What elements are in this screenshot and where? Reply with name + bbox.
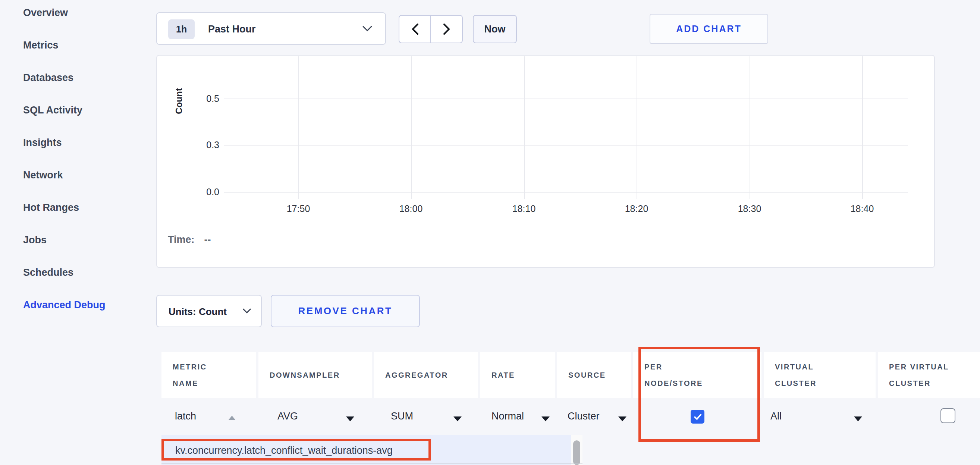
gridline bbox=[224, 192, 908, 193]
per-virtual-cluster-checkbox[interactable] bbox=[940, 408, 955, 423]
rate-select[interactable]: Normal bbox=[492, 411, 524, 422]
header-per-virtual-cluster: PER VIRTUAL CLUSTER bbox=[878, 352, 980, 398]
metric-name-input[interactable]: latch bbox=[175, 411, 196, 422]
x-tick-label: 18:30 bbox=[724, 203, 776, 214]
advanced-debug-custom-chart-page: Overview Metrics Databases SQL Activity … bbox=[0, 0, 980, 465]
gridline bbox=[749, 56, 750, 199]
sidebar-item-network[interactable]: Network bbox=[23, 159, 135, 192]
gridline bbox=[636, 56, 637, 199]
time-window-pager bbox=[399, 15, 463, 43]
gridline bbox=[524, 56, 525, 199]
time-value: -- bbox=[204, 234, 211, 245]
gridline bbox=[224, 99, 908, 99]
caret-down-icon[interactable] bbox=[346, 417, 354, 421]
chevron-left-icon bbox=[411, 23, 419, 35]
downsampler-select[interactable]: AVG bbox=[277, 411, 298, 422]
header-label: AGGREGATOR bbox=[385, 367, 448, 383]
scrollbar-thumb[interactable] bbox=[573, 440, 580, 465]
chevron-down-icon bbox=[242, 308, 251, 314]
sidebar-item-metrics[interactable]: Metrics bbox=[23, 29, 135, 62]
hover-time-readout: Time:-- bbox=[168, 234, 211, 246]
check-icon bbox=[693, 412, 703, 422]
sidebar-item-jobs[interactable]: Jobs bbox=[23, 224, 135, 256]
y-tick-label: 0.5 bbox=[192, 93, 219, 104]
sidebar-item-overview[interactable]: Overview bbox=[23, 0, 135, 29]
aggregator-select[interactable]: SUM bbox=[391, 411, 413, 422]
remove-chart-button[interactable]: REMOVE CHART bbox=[271, 295, 420, 327]
sidebar-item-hot-ranges[interactable]: Hot Ranges bbox=[23, 192, 135, 224]
time-range-select[interactable]: 1h Past Hour bbox=[156, 12, 386, 45]
header-downsampler: DOWNSAMPLER bbox=[258, 352, 372, 398]
time-range-label: Past Hour bbox=[208, 24, 256, 35]
header-per-node-store: PER NODE/STORE bbox=[633, 352, 762, 398]
units-select[interactable]: Units: Count bbox=[156, 295, 262, 327]
header-label: PER VIRTUAL CLUSTER bbox=[889, 359, 971, 391]
units-select-label: Units: Count bbox=[169, 306, 227, 318]
next-time-button[interactable] bbox=[431, 15, 463, 43]
per-node-store-checkbox[interactable] bbox=[690, 410, 705, 423]
header-label: SOURCE bbox=[568, 367, 606, 383]
y-axis-label: Count bbox=[174, 64, 184, 139]
metric-autocomplete-dropdown: kv.concurrency.latch_conflict_wait_durat… bbox=[161, 435, 571, 465]
caret-down-icon[interactable] bbox=[618, 417, 627, 421]
caret-down-icon[interactable] bbox=[541, 417, 550, 421]
gridline bbox=[298, 56, 299, 199]
sidebar-item-advanced-debug[interactable]: Advanced Debug bbox=[23, 289, 135, 321]
sidebar: Overview Metrics Databases SQL Activity … bbox=[23, 0, 135, 321]
x-tick-label: 18:40 bbox=[836, 203, 888, 214]
dropdown-row-divider bbox=[161, 463, 582, 464]
header-aggregator: AGGREGATOR bbox=[374, 352, 478, 398]
header-label: PER NODE/STORE bbox=[644, 359, 719, 391]
header-rate: RATE bbox=[480, 352, 555, 398]
header-label: METRIC NAME bbox=[173, 359, 217, 391]
header-virtual-cluster: VIRTUAL CLUSTER bbox=[764, 352, 876, 398]
gridline bbox=[224, 145, 908, 145]
x-tick-label: 18:00 bbox=[385, 203, 437, 214]
header-metric-name: METRIC NAME bbox=[161, 352, 256, 398]
caret-up-icon[interactable] bbox=[228, 416, 235, 420]
header-label: DOWNSAMPLER bbox=[270, 367, 340, 383]
chevron-down-icon bbox=[362, 25, 372, 32]
chart-card: Count 0.5 0.3 0.0 17:50 18:00 18:10 18:2… bbox=[156, 55, 935, 268]
source-select[interactable]: Cluster bbox=[568, 411, 600, 422]
prev-time-button[interactable] bbox=[399, 15, 431, 43]
autocomplete-suggestion[interactable]: kv.concurrency.latch_conflict_wait_durat… bbox=[175, 445, 393, 456]
sidebar-item-sql-activity[interactable]: SQL Activity bbox=[23, 94, 135, 126]
virtual-cluster-select[interactable]: All bbox=[770, 411, 782, 422]
dropdown-scrollbar[interactable] bbox=[571, 435, 582, 465]
x-tick-label: 18:20 bbox=[611, 203, 663, 214]
header-label: VIRTUAL CLUSTER bbox=[775, 359, 835, 391]
now-button[interactable]: Now bbox=[473, 15, 517, 43]
caret-down-icon[interactable] bbox=[854, 417, 862, 421]
y-tick-label: 0.0 bbox=[192, 187, 219, 198]
gridline bbox=[862, 56, 863, 199]
sidebar-item-schedules[interactable]: Schedules bbox=[23, 256, 135, 289]
time-range-badge: 1h bbox=[168, 19, 195, 39]
header-source: SOURCE bbox=[557, 352, 631, 398]
x-tick-label: 18:10 bbox=[498, 203, 550, 214]
y-tick-label: 0.3 bbox=[192, 139, 219, 151]
sidebar-item-databases[interactable]: Databases bbox=[23, 62, 135, 94]
time-label: Time: bbox=[168, 234, 195, 245]
header-label: RATE bbox=[492, 367, 515, 383]
add-chart-button[interactable]: ADD CHART bbox=[650, 14, 768, 44]
x-tick-label: 17:50 bbox=[272, 203, 325, 214]
gridline bbox=[411, 56, 412, 199]
chevron-right-icon bbox=[443, 23, 451, 35]
sidebar-item-insights[interactable]: Insights bbox=[23, 126, 135, 159]
caret-down-icon[interactable] bbox=[453, 417, 462, 421]
